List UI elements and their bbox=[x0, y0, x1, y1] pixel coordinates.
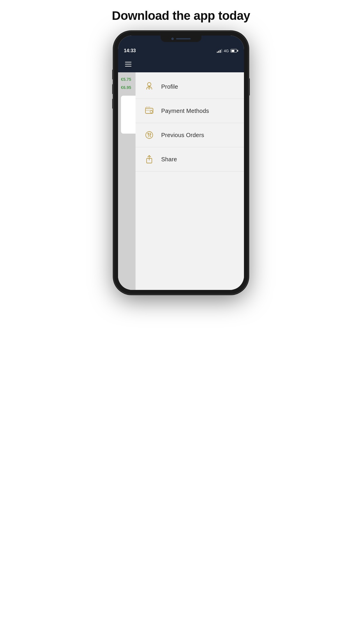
notch-cutout bbox=[161, 36, 201, 42]
phone-shell: 14:33 4G bbox=[114, 32, 248, 294]
hamburger-button[interactable] bbox=[123, 60, 133, 68]
svg-point-0 bbox=[147, 83, 151, 86]
menu-item-share[interactable]: Share bbox=[136, 147, 244, 172]
app-header bbox=[118, 56, 244, 72]
status-time: 14:33 bbox=[124, 48, 136, 53]
menu-item-profile[interactable]: Profile bbox=[136, 75, 244, 99]
hamburger-line-2 bbox=[125, 64, 131, 64]
drawer-menu: Profile bbox=[136, 72, 244, 290]
menu-item-orders[interactable]: Previous Orders bbox=[136, 123, 244, 147]
share-label: Share bbox=[161, 156, 177, 163]
notch-bar bbox=[118, 36, 244, 46]
network-label: 4G bbox=[224, 49, 229, 53]
profile-icon bbox=[144, 81, 155, 92]
orders-icon bbox=[144, 130, 155, 141]
status-right: 4G bbox=[217, 49, 238, 53]
profile-label: Profile bbox=[161, 83, 178, 90]
share-icon bbox=[144, 154, 155, 165]
battery-icon bbox=[231, 49, 238, 52]
orders-label: Previous Orders bbox=[161, 132, 204, 139]
app-content: €5.75 €6.95 bbox=[118, 72, 244, 290]
speaker-bar bbox=[176, 38, 191, 39]
hamburger-line-3 bbox=[125, 66, 131, 66]
page-title: Download the app today bbox=[112, 9, 250, 23]
hamburger-line-1 bbox=[125, 62, 131, 62]
menu-item-payment[interactable]: Payment Methods bbox=[136, 99, 244, 123]
camera-dot bbox=[171, 38, 174, 40]
payment-label: Payment Methods bbox=[161, 108, 209, 114]
status-bar: 14:33 4G bbox=[118, 46, 244, 56]
svg-point-3 bbox=[150, 111, 152, 113]
signal-icon bbox=[217, 49, 222, 53]
phone-screen: 14:33 4G bbox=[118, 36, 244, 290]
svg-line-9 bbox=[147, 133, 151, 137]
payment-icon bbox=[144, 105, 155, 116]
